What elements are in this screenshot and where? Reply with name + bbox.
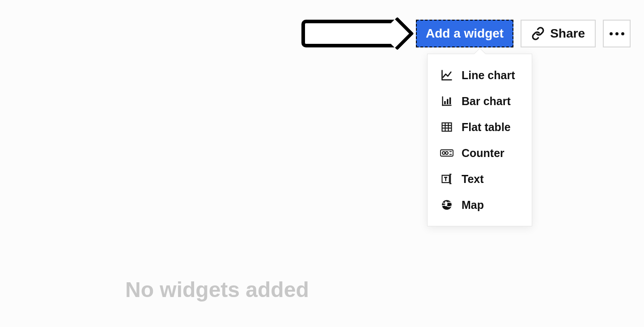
- menu-item-label: Bar chart: [462, 95, 511, 108]
- menu-item-map[interactable]: Map: [428, 192, 532, 218]
- toolbar: Add a widget Share: [301, 20, 631, 47]
- svg-rect-0: [442, 97, 443, 106]
- svg-point-12: [445, 152, 448, 154]
- counter-icon: [440, 146, 453, 160]
- menu-item-label: Flat table: [462, 121, 511, 134]
- svg-rect-4: [449, 98, 451, 104]
- menu-item-flat-table[interactable]: Flat table: [428, 114, 532, 140]
- menu-item-line-chart[interactable]: Line chart: [428, 62, 532, 88]
- text-icon: [440, 172, 453, 186]
- empty-state-message: No widgets added: [125, 277, 309, 302]
- widget-type-menu: Line chart Bar chart Flat table: [427, 54, 532, 226]
- bar-chart-icon: [440, 94, 453, 108]
- table-icon: [440, 120, 453, 134]
- more-icon: [610, 32, 624, 35]
- globe-icon: [440, 198, 453, 212]
- add-widget-label: Add a widget: [426, 26, 504, 41]
- svg-rect-2: [444, 101, 446, 104]
- more-options-button[interactable]: [603, 20, 631, 47]
- menu-item-text[interactable]: Text: [428, 166, 532, 192]
- share-label: Share: [550, 26, 585, 41]
- svg-rect-1: [442, 105, 452, 106]
- line-chart-icon: [440, 68, 453, 82]
- menu-item-label: Line chart: [462, 69, 515, 82]
- svg-point-11: [442, 152, 445, 154]
- pointer-tag-icon: [301, 20, 395, 47]
- menu-item-bar-chart[interactable]: Bar chart: [428, 88, 532, 114]
- svg-rect-3: [447, 99, 449, 104]
- link-icon: [531, 27, 545, 40]
- add-widget-button[interactable]: Add a widget: [416, 20, 513, 47]
- menu-item-counter[interactable]: Counter: [428, 140, 532, 166]
- svg-rect-5: [442, 123, 452, 132]
- share-button[interactable]: Share: [521, 20, 596, 47]
- menu-item-label: Text: [462, 173, 484, 186]
- menu-item-label: Counter: [462, 147, 504, 160]
- menu-item-label: Map: [462, 199, 484, 212]
